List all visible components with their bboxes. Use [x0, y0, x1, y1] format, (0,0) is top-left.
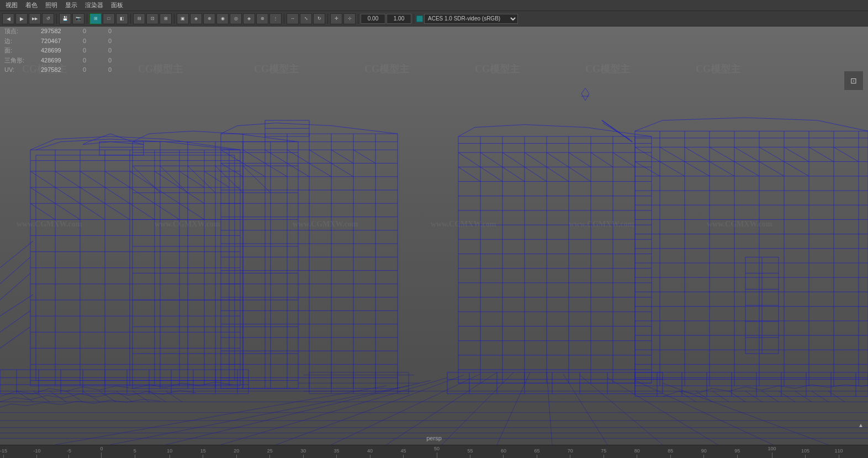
uv-zero1: 0: [83, 65, 99, 75]
bottom-ruler: -15-10-505101520253035404550556065707580…: [0, 445, 868, 458]
offset-y-input[interactable]: [387, 14, 411, 24]
color-space-icon: [416, 15, 423, 22]
offset-x-input[interactable]: [361, 14, 385, 24]
sep7: [358, 14, 358, 24]
uv-zero2: 0: [108, 65, 125, 75]
ruler-tick: 90: [701, 448, 707, 458]
stat-row-faces: 面: 428699 0 0: [4, 46, 125, 56]
camera-label: persp: [426, 435, 442, 441]
ruler-tick: 45: [401, 448, 406, 458]
svg-line-281: [50, 391, 66, 402]
svg-line-59: [55, 187, 80, 203]
ruler-tick: 0: [100, 446, 103, 458]
toolbar-btn-t[interactable]: ⋮: [269, 13, 282, 24]
svg-line-53: [105, 171, 130, 187]
toolbar-btn-manip[interactable]: ✛: [330, 13, 342, 24]
ruler-tick: 55: [467, 448, 473, 458]
toolbar-btn-shade[interactable]: ◧: [116, 13, 128, 24]
viewport[interactable]: .wf { stroke: #1a1acc; stroke-width: 0.7…: [0, 27, 868, 445]
toolbar-btn-save[interactable]: 💾: [59, 13, 71, 24]
svg-line-185: [502, 152, 525, 167]
ruler-tick: 20: [234, 448, 239, 458]
toolbar-btn-tex[interactable]: ◉: [216, 13, 229, 24]
svg-line-271: [602, 120, 632, 142]
svg-line-61: [105, 187, 130, 203]
edges-zero2: 0: [108, 36, 125, 46]
toolbar-btn-comp[interactable]: ⊕: [203, 13, 215, 24]
ruler-tick: 65: [534, 448, 539, 458]
toolbar-btn-rot[interactable]: ↻: [313, 13, 325, 24]
svg-line-187: [547, 152, 569, 167]
ruler-tick: 105: [801, 448, 809, 458]
svg-line-186: [525, 152, 547, 167]
toolbar-btn-loop[interactable]: ↺: [42, 13, 54, 24]
toolbar-btn-res[interactable]: ⊞: [160, 13, 172, 24]
svg-line-51: [55, 171, 80, 187]
faces-value: 428699: [41, 46, 74, 56]
toolbar-btn-sel[interactable]: ◈: [190, 13, 202, 24]
toolbar-btn-solid[interactable]: □: [103, 13, 115, 24]
svg-line-67: [80, 203, 105, 219]
svg-line-141: [243, 163, 265, 176]
svg-line-188: [569, 152, 591, 167]
svg-line-55: [155, 171, 179, 187]
toolbar-btn-xray[interactable]: ◎: [230, 13, 242, 24]
svg-line-69: [130, 203, 155, 219]
toolbar-btn-3[interactable]: ▶▶: [29, 13, 41, 24]
menu-shading[interactable]: 着色: [22, 0, 41, 10]
svg-line-183: [458, 152, 480, 167]
svg-line-286: [133, 391, 149, 402]
svg-line-196: [569, 167, 591, 181]
svg-line-190: [613, 152, 635, 167]
faces-zero1: 0: [83, 46, 99, 56]
svg-line-50: [30, 171, 55, 187]
color-space-dropdown[interactable]: ACES 1.0 SDR-video (sRGB): [424, 14, 518, 24]
sep6: [327, 14, 328, 24]
ruler-tick: 95: [734, 448, 740, 458]
toolbar-btn-grid[interactable]: ⊟: [133, 13, 145, 24]
svg-line-133: [221, 150, 243, 163]
toolbar-btn-wireframe[interactable]: ⊞: [89, 13, 102, 24]
stat-row-edges: 边: 720467 0 0: [4, 36, 125, 46]
toolbar-btn-scale[interactable]: ⤡: [300, 13, 312, 24]
menu-renderer[interactable]: 渲染器: [82, 0, 107, 10]
svg-line-239: [759, 147, 784, 161]
toolbar-btn-1[interactable]: ◀: [2, 13, 14, 24]
svg-line-276: [0, 294, 33, 316]
toolbar-btn-iso[interactable]: ◈: [243, 13, 255, 24]
svg-line-52: [80, 171, 105, 187]
ruler-tick: -10: [33, 448, 40, 458]
svg-line-248: [759, 162, 784, 176]
toolbar-btn-obj[interactable]: ▣: [177, 13, 189, 24]
toolbar-btn-2[interactable]: ▶: [15, 13, 28, 24]
svg-line-249: [784, 162, 809, 176]
svg-line-189: [591, 152, 613, 167]
faces-label: 面:: [4, 46, 32, 56]
ruler-tick: -5: [67, 448, 71, 458]
menu-panels[interactable]: 面板: [108, 0, 126, 10]
svg-rect-258: [635, 372, 868, 397]
svg-line-139: [353, 150, 375, 163]
svg-line-245: [685, 162, 710, 176]
wireframe-scene: .wf { stroke: #1a1acc; stroke-width: 0.7…: [0, 27, 868, 445]
corner-icon[interactable]: ⊡: [844, 71, 864, 91]
sep5: [284, 14, 284, 24]
toolbar-btn-cam[interactable]: 📷: [72, 13, 84, 24]
stat-row-uv: UV: 297582 0 0: [4, 65, 125, 75]
svg-line-68: [105, 203, 130, 219]
menu-lighting[interactable]: 照明: [42, 0, 61, 10]
ruler-tick: 15: [200, 448, 206, 458]
svg-line-66: [55, 203, 80, 219]
toolbar: ◀ ▶ ▶▶ ↺ 💾 📷 ⊞ □ ◧ ⊟ ⊡ ⊞ ▣ ◈ ⊕ ◉ ◎ ◈ ⊛ ⋮…: [0, 11, 868, 27]
vertices-label: 顶点:: [4, 27, 32, 36]
toolbar-btn-s[interactable]: ⊛: [256, 13, 268, 24]
tris-label: 三角形:: [4, 56, 32, 66]
toolbar-btn-cam2[interactable]: ⊡: [146, 13, 158, 24]
menu-view[interactable]: 视图: [2, 0, 21, 10]
toolbar-btn-move[interactable]: ↔: [287, 13, 299, 24]
menu-display[interactable]: 显示: [62, 0, 81, 10]
toolbar-btn-sel2[interactable]: ⊹: [343, 13, 356, 24]
svg-line-102: [160, 166, 188, 193]
ruler-tick: 85: [668, 448, 673, 458]
svg-line-10: [221, 378, 447, 445]
